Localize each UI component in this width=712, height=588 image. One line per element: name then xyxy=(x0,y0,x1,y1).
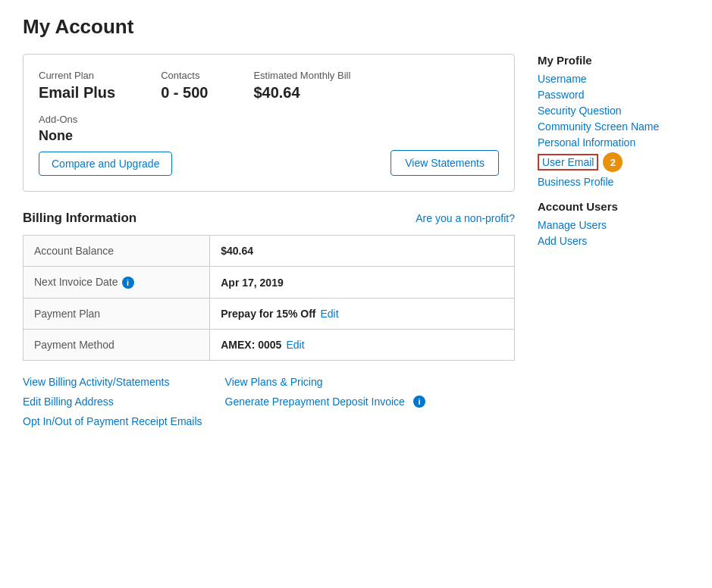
billing-row-value: Prepay for 15% OffEdit xyxy=(210,299,515,330)
account-users-links: Manage UsersAdd Users xyxy=(538,219,689,247)
billing-row: Payment PlanPrepay for 15% OffEdit xyxy=(24,299,515,330)
current-plan-col: Current Plan Email Plus xyxy=(39,70,115,102)
bottom-links-col2: View Plans & PricingGenerate Prepayment … xyxy=(225,376,425,427)
info-icon[interactable]: i xyxy=(122,277,134,289)
estimated-bill-label: Estimated Monthly Bill xyxy=(253,70,350,81)
edit-link[interactable]: Edit xyxy=(321,308,339,320)
sidebar-link-community-screen-name[interactable]: Community Screen Name xyxy=(538,120,689,133)
bottom-link[interactable]: View Billing Activity/Statements xyxy=(23,376,202,388)
contacts-col: Contacts 0 - 500 xyxy=(161,70,208,102)
estimated-bill-value: $40.64 xyxy=(253,84,300,101)
billing-title: Billing Information xyxy=(23,211,136,226)
bottom-link[interactable]: View Plans & Pricing xyxy=(225,376,425,388)
account-users-title: Account Users xyxy=(538,200,689,213)
addons-label: Add-Ons xyxy=(39,114,172,125)
sidebar-link-add-users[interactable]: Add Users xyxy=(538,235,689,247)
user-email-wrapper: User Email 2 xyxy=(538,152,689,172)
sidebar-link-password[interactable]: Password xyxy=(538,89,689,101)
billing-row-label: Payment Method xyxy=(24,330,210,361)
billing-row: Payment MethodAMEX: 0005Edit xyxy=(24,330,515,361)
bottom-link[interactable]: Edit Billing Address xyxy=(23,396,202,408)
estimated-bill-col: Estimated Monthly Bill $40.64 xyxy=(253,70,350,102)
sidebar-link-manage-users[interactable]: Manage Users xyxy=(538,219,689,231)
billing-row-value: Apr 17, 2019 xyxy=(210,267,515,299)
compare-upgrade-button[interactable]: Compare and Upgrade xyxy=(39,152,172,176)
billing-row-value: $40.64 xyxy=(210,236,515,267)
addons-col: Add-Ons None Compare and Upgrade xyxy=(39,114,172,176)
user-email-badge: 2 xyxy=(603,152,623,172)
current-plan-value: Email Plus xyxy=(39,84,115,101)
business-profile-link[interactable]: Business Profile xyxy=(538,176,689,188)
bottom-links: View Billing Activity/StatementsEdit Bil… xyxy=(23,376,515,427)
bottom-links-col1: View Billing Activity/StatementsEdit Bil… xyxy=(23,376,202,427)
billing-header: Billing Information Are you a non-profit… xyxy=(23,211,515,226)
non-profit-link[interactable]: Are you a non-profit? xyxy=(416,212,515,224)
my-profile-title: My Profile xyxy=(538,54,689,67)
billing-row-label: Payment Plan xyxy=(24,299,210,330)
contacts-value: 0 - 500 xyxy=(161,84,208,101)
my-profile-links: UsernamePasswordSecurity QuestionCommuni… xyxy=(538,73,689,149)
page-title: My Account xyxy=(23,15,689,39)
bottom-link[interactable]: Generate Prepayment Deposit Invoice xyxy=(225,396,405,408)
contacts-label: Contacts xyxy=(161,70,208,81)
view-statements-button[interactable]: View Statements xyxy=(391,150,499,176)
sidebar-link-username[interactable]: Username xyxy=(538,73,689,85)
edit-link[interactable]: Edit xyxy=(286,339,304,351)
sidebar-link-personal-information[interactable]: Personal Information xyxy=(538,136,689,149)
plan-card: Current Plan Email Plus Contacts 0 - 500… xyxy=(23,54,515,192)
current-plan-label: Current Plan xyxy=(39,70,115,81)
billing-row: Account Balance$40.64 xyxy=(24,236,515,267)
sidebar-link-security-question[interactable]: Security Question xyxy=(538,105,689,117)
bottom-link[interactable]: Opt In/Out of Payment Receipt Emails xyxy=(23,415,202,427)
billing-row: Next Invoice DateiApr 17, 2019 xyxy=(24,267,515,299)
user-email-link[interactable]: User Email xyxy=(538,154,598,170)
right-sidebar: My Profile UsernamePasswordSecurity Ques… xyxy=(538,54,689,427)
billing-row-value: AMEX: 0005Edit xyxy=(210,330,515,361)
billing-table: Account Balance$40.64Next Invoice DateiA… xyxy=(23,235,515,361)
billing-row-label: Account Balance xyxy=(24,236,210,267)
billing-row-label: Next Invoice Datei xyxy=(24,267,210,299)
left-column: Current Plan Email Plus Contacts 0 - 500… xyxy=(23,54,515,427)
addons-value: None xyxy=(39,128,172,144)
generate-info-icon[interactable]: i xyxy=(413,396,425,408)
generate-row: Generate Prepayment Deposit Invoicei xyxy=(225,396,425,408)
